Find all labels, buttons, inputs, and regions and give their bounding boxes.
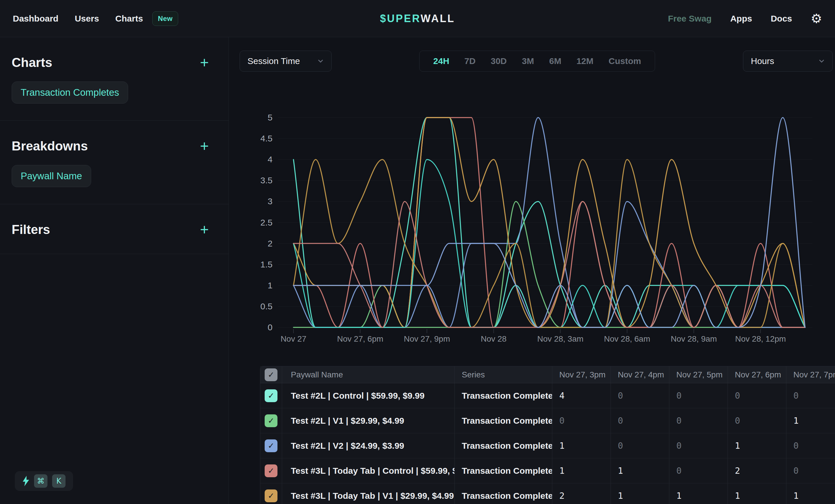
value-cell: 1 (728, 433, 787, 458)
lightning-bolt-icon (22, 476, 29, 486)
add-filter-button[interactable]: + (200, 224, 217, 235)
add-chart-button[interactable]: + (200, 57, 217, 68)
y-axis-tick-label: 4 (268, 154, 272, 164)
value-cell: 1 (787, 408, 835, 433)
command-palette-shortcut[interactable]: ⌘ K (15, 471, 73, 491)
x-axis-tick-label: Nov 28, 12pm (735, 334, 786, 343)
value-cell: 0 (669, 433, 728, 458)
column-header-time[interactable]: Nov 27, 6pm (728, 366, 787, 383)
row-checkbox[interactable]: ✓ (265, 439, 278, 452)
nav-users[interactable]: Users (75, 14, 99, 24)
y-axis-tick-label: 0 (268, 322, 272, 332)
series-cell: Transaction Completes (455, 433, 552, 458)
column-header-paywall-name[interactable]: Paywall Name (282, 366, 455, 383)
paywall-name-cell: Test #2L | V1 | $29.99, $4.99 (282, 408, 455, 433)
nav-free-swag[interactable]: Free Swag (668, 14, 712, 24)
row-checkbox-cell: ✓ (260, 408, 282, 433)
y-axis-tick-label: 1 (268, 280, 272, 290)
table-row: ✓Test #2L | V2 | $24.99, $3.99Transactio… (260, 433, 835, 458)
tab-custom[interactable]: Custom (609, 56, 641, 66)
value-cell: 1 (611, 483, 669, 504)
value-cell: 0 (787, 433, 835, 458)
add-breakdown-button[interactable]: + (200, 140, 217, 152)
unit-select[interactable]: Hours (743, 50, 833, 71)
value-cell: 0 (669, 383, 728, 408)
value-cell: 1 (787, 483, 835, 504)
tab-7d[interactable]: 7D (464, 56, 475, 66)
chart-controls: Session Time 24H7D30D3M6M12MCustom Hours (229, 50, 835, 71)
app-window: Dashboard Users Charts New $UPERWALL Fre… (0, 0, 835, 504)
column-header-time[interactable]: Nov 27, 3pm (552, 366, 611, 383)
value-cell: 0 (611, 408, 669, 433)
value-cell: 4 (552, 383, 611, 408)
value-cell: 0 (787, 383, 835, 408)
value-cell: 0 (728, 383, 787, 408)
superwall-logo[interactable]: $UPERWALL (380, 13, 455, 25)
y-axis-tick-label: 4.5 (260, 133, 272, 143)
row-checkbox-cell: ✓ (260, 433, 282, 458)
chip-paywall-name[interactable]: Paywall Name (12, 165, 91, 187)
breakdowns-section-title: Breakdowns (12, 139, 88, 153)
value-cell: 1 (669, 483, 728, 504)
metric-select-value: Session Time (247, 56, 300, 66)
chevron-down-icon (317, 58, 324, 64)
paywall-name-cell: Test #2L | V2 | $24.99, $3.99 (282, 433, 455, 458)
cmd-key-icon: ⌘ (34, 474, 47, 488)
top-nav: Dashboard Users Charts New $UPERWALL Fre… (0, 0, 835, 37)
row-checkbox-cell: ✓ (260, 483, 282, 504)
select-all-checkbox[interactable]: ✓ (265, 369, 278, 381)
table-row: ✓Test #2L | Control | $59.99, $9.99Trans… (260, 383, 835, 408)
value-cell: 1 (552, 458, 611, 483)
row-checkbox[interactable]: ✓ (265, 390, 278, 402)
paywall-name-cell: Test #2L | Control | $59.99, $9.99 (282, 383, 455, 408)
filters-section-title: Filters (12, 222, 50, 237)
value-cell: 0 (611, 383, 669, 408)
nav-docs[interactable]: Docs (771, 14, 792, 24)
row-checkbox-cell: ✓ (260, 383, 282, 408)
row-checkbox[interactable]: ✓ (265, 489, 278, 502)
nav-dashboard[interactable]: Dashboard (13, 14, 59, 24)
x-axis-tick-label: Nov 27, 9pm (404, 334, 450, 343)
row-checkbox[interactable]: ✓ (265, 414, 278, 427)
nav-charts[interactable]: Charts (115, 14, 143, 24)
nav-apps[interactable]: Apps (730, 14, 752, 24)
nav-left: Dashboard Users Charts New (13, 12, 178, 26)
header-checkbox-cell: ✓ (260, 366, 282, 383)
table-row: ✓Test #3L | Today Tab | V1 | $29.99, $4.… (260, 483, 835, 504)
table-header-row: ✓Paywall NameSeriesNov 27, 3pmNov 27, 4p… (260, 366, 835, 383)
tab-30d[interactable]: 30D (491, 56, 507, 66)
y-axis-tick-label: 1.5 (260, 259, 272, 269)
tab-3m[interactable]: 3M (522, 56, 534, 66)
unit-select-value: Hours (751, 56, 774, 66)
table-row: ✓Test #3L | Today Tab | Control | $59.99… (260, 458, 835, 483)
date-range-tabs: 24H7D30D3M6M12MCustom (419, 50, 655, 71)
series-cell: Transaction Completes (455, 408, 552, 433)
value-cell: 0 (611, 433, 669, 458)
column-header-series[interactable]: Series (455, 366, 552, 383)
new-badge: New (152, 12, 178, 26)
column-header-time[interactable]: Nov 27, 4pm (611, 366, 669, 383)
y-axis-tick-label: 2 (268, 238, 272, 248)
chip-transaction-completes[interactable]: Transaction Completes (12, 82, 128, 104)
x-axis-tick-label: Nov 28, 9am (671, 334, 717, 343)
sidebar-section-filters: Filters + (0, 204, 228, 254)
value-cell: 2 (552, 483, 611, 504)
tab-12m[interactable]: 12M (576, 56, 593, 66)
column-header-time[interactable]: Nov 27, 5pm (669, 366, 728, 383)
tab-6m[interactable]: 6M (549, 56, 561, 66)
settings-gear-icon[interactable]: ⚙ (811, 12, 822, 25)
k-key-icon: K (52, 474, 65, 488)
tab-24h[interactable]: 24H (433, 56, 449, 66)
line-chart: 00.511.522.533.544.55Nov 27Nov 27, 6pmNo… (256, 108, 827, 352)
metric-select[interactable]: Session Time (240, 50, 332, 71)
column-header-time[interactable]: Nov 27, 7pm (787, 366, 835, 383)
main-content: Session Time 24H7D30D3M6M12MCustom Hours… (229, 37, 835, 504)
sidebar-section-charts: Charts + Transaction Completes (0, 37, 228, 121)
value-cell: 1 (552, 433, 611, 458)
x-axis-tick-label: Nov 28, 6am (604, 334, 650, 343)
sidebar: Charts + Transaction Completes Breakdown… (0, 37, 229, 504)
row-checkbox[interactable]: ✓ (265, 464, 278, 477)
table-row: ✓Test #2L | V1 | $29.99, $4.99Transactio… (260, 408, 835, 433)
x-axis-tick-label: Nov 28, 3am (537, 334, 584, 343)
value-cell: 2 (728, 458, 787, 483)
